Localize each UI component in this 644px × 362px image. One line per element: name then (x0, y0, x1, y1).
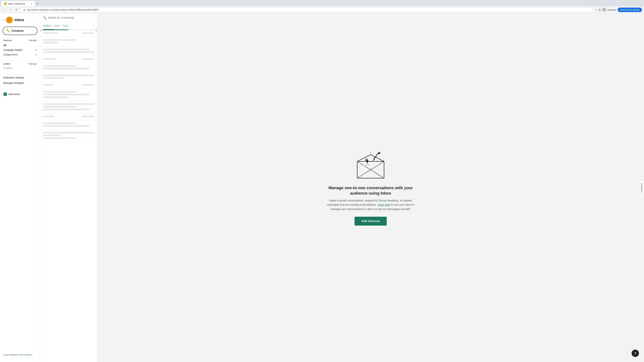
learn-how-link[interactable]: Learn how (378, 203, 390, 206)
scroll-progress (43, 29, 68, 30)
mailchimp-logo (6, 16, 13, 23)
tab-done[interactable]: Done (54, 22, 62, 29)
sidebar-item-contact-form[interactable]: Contact Form 0 (3, 52, 37, 57)
address-bar[interactable]: 🔒 us21.admin.mailchimp.com/audience/inbo… (20, 7, 594, 12)
svg-point-14 (368, 164, 369, 165)
envelope-illustration: ✦ ✦ ✦ (354, 150, 388, 180)
main-content: ✦ ✦ ✦ Manage one-to-one conversations wi… (97, 13, 644, 362)
tab-close-button[interactable]: × (31, 2, 32, 5)
skeleton-row-8 (40, 89, 97, 101)
url-text: us21.admin.mailchimp.com/audience/inbox/… (27, 8, 591, 11)
message-list (40, 30, 97, 362)
page-title: Inbox (14, 18, 24, 22)
empty-state-title: Manage one-to-one conversations with you… (324, 185, 418, 196)
empty-state-description: Reply to email conversations, respond to… (324, 198, 418, 211)
skeleton-row-9 (40, 101, 97, 113)
notification-settings-link[interactable]: Notification Settings (0, 75, 40, 80)
tab-favicon: M (4, 2, 7, 5)
forward-button[interactable]: → (8, 7, 13, 12)
manage-labels-link[interactable]: Manage (29, 62, 37, 65)
feedback-tab[interactable]: Feedback (639, 181, 644, 194)
tab-todo-count: 0 (50, 25, 51, 27)
message-list-panel: 🔍 To Do 0 Done Trash › ◀ ▶ (40, 13, 97, 362)
lock-icon: 🔒 (23, 8, 26, 11)
sidebar-header: ‹ Inbox (0, 16, 40, 27)
skeleton-row-6 (40, 72, 97, 82)
footer-feedback-text: Have feedback? (3, 354, 19, 356)
help-button[interactable]: ? (632, 350, 639, 357)
svg-point-15 (366, 165, 367, 165)
sources-header: Sources Manage (3, 39, 37, 41)
scroll-right-arrow[interactable]: ▶ (96, 29, 97, 31)
search-input[interactable] (48, 16, 94, 19)
add-sources-button[interactable]: Add Sources (354, 217, 386, 226)
all-label: All (3, 44, 6, 46)
tab-more-button[interactable]: › (94, 24, 94, 28)
compose-button[interactable]: ✏️ Compose (3, 27, 38, 35)
scroll-left-arrow[interactable]: ◀ (40, 29, 42, 31)
relaunch-button[interactable]: Relaunch to update (618, 7, 642, 12)
tab-trash-label: Trash (62, 24, 68, 27)
skeleton-row-12 (40, 130, 97, 142)
new-tab-button[interactable]: + (35, 1, 40, 6)
add-source-button[interactable]: + Add source (0, 90, 40, 99)
empty-state: ✦ ✦ ✦ Manage one-to-one conversations wi… (320, 143, 421, 232)
skeleton-row-10 (40, 113, 97, 120)
app-container: ‹ Inbox ✏️ Compose Sources Man (0, 13, 644, 362)
manage-sources-link[interactable]: Manage (29, 39, 37, 41)
active-tab[interactable]: M Inbox | Mailchimp × (1, 1, 35, 6)
labels-section: Labels Manage No labels (0, 62, 40, 69)
svg-point-2 (9, 19, 9, 20)
campaign-replies-label: Campaign Replies (3, 49, 22, 51)
no-labels-text: No labels (3, 67, 12, 69)
campaign-replies-count: 0 (36, 49, 37, 51)
search-bar: 🔍 (40, 13, 97, 22)
browser-nav: ← → ↻ 🔒 us21.admin.mailchimp.com/audienc… (0, 6, 644, 13)
back-nav-button[interactable]: ‹ (3, 18, 4, 22)
sources-section: Sources Manage All Campaign Replies 0 Co… (0, 39, 40, 57)
svg-text:✦: ✦ (370, 152, 372, 154)
skeleton-row-3 (40, 46, 97, 56)
skeleton-row-5 (40, 63, 97, 72)
footer-period: . (32, 354, 33, 356)
let-us-know-link[interactable]: Let us know (20, 354, 31, 356)
extensions-icon[interactable]: ⊞ (598, 8, 601, 11)
scroll-indicator: ◀ ▶ (40, 29, 97, 30)
labels-header: Labels Manage (3, 62, 37, 65)
logo-icon (7, 17, 12, 23)
skeleton-row-11 (40, 120, 97, 130)
skeleton-row-2 (40, 37, 97, 46)
svg-point-13 (367, 164, 368, 164)
feedback-label[interactable]: Feedback (639, 181, 644, 194)
compose-label: Compose (12, 29, 24, 32)
sidebar-item-all[interactable]: All (3, 43, 37, 48)
sidebar-footer: Have feedback? Let us know . (0, 351, 40, 359)
bookmark-icon[interactable]: ☆ (595, 8, 597, 11)
search-icon: 🔍 (43, 16, 46, 19)
skeleton-row-7 (40, 82, 97, 89)
tab-title: Inbox | Mailchimp (8, 2, 30, 5)
skeleton-row-1 (40, 30, 97, 37)
compose-icon: ✏️ (6, 29, 10, 33)
divider-1 (0, 61, 40, 61)
browser-chrome: M Inbox | Mailchimp × + ← → ↻ 🔒 us21.adm… (0, 0, 644, 13)
profile-icon[interactable] (602, 8, 606, 12)
add-source-icon: + (3, 92, 7, 96)
tab-todo[interactable]: To Do 0 (43, 22, 54, 29)
sources-label: Sources (3, 39, 12, 41)
contact-form-label: Contact Form (3, 53, 18, 56)
contact-form-count: 0 (36, 53, 37, 56)
tab-todo-label: To Do (43, 24, 49, 27)
sidebar: ‹ Inbox ✏️ Compose Sources Man (0, 13, 40, 362)
nav-right: ☆ ⊞ Incognito Relaunch to update (595, 7, 642, 12)
skeleton-row-4 (40, 56, 97, 63)
message-templates-link[interactable]: Message Templates (0, 80, 40, 86)
tabs-bar: To Do 0 Done Trash › (40, 22, 97, 29)
browser-tabs: M Inbox | Mailchimp × + (0, 0, 644, 6)
tab-done-label: Done (54, 24, 60, 27)
tab-trash[interactable]: Trash (62, 22, 71, 29)
sidebar-item-campaign-replies[interactable]: Campaign Replies 0 (3, 48, 37, 52)
back-button[interactable]: ← (2, 7, 7, 12)
refresh-button[interactable]: ↻ (14, 7, 19, 12)
add-source-label: Add source (8, 93, 20, 95)
